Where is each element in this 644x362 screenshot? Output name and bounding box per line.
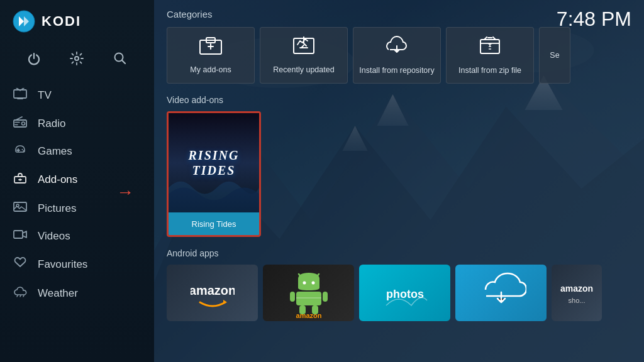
sidebar-item-pictures-label: Pictures — [38, 202, 76, 215]
sidebar-item-games-label: Games — [38, 145, 72, 158]
app-title: KODI — [42, 13, 81, 30]
photos-tile[interactable]: photos — [359, 265, 450, 321]
sidebar-item-videos-label: Videos — [38, 230, 70, 243]
favourites-icon — [13, 256, 28, 272]
weather-icon — [13, 286, 28, 300]
sidebar-top-icons — [0, 43, 154, 81]
rising-tides-label-bar: Rising Tides — [169, 212, 259, 235]
svg-point-7 — [22, 122, 25, 125]
sidebar-item-weather[interactable]: Weather — [0, 279, 154, 307]
amazon-logo-svg: amazon — [191, 271, 235, 315]
video-addons-label: Video add-ons — [167, 95, 631, 105]
amazon-logo: amazon — [191, 271, 235, 315]
sidebar-item-radio-label: Radio — [38, 118, 65, 130]
folder-tile[interactable] — [455, 265, 547, 321]
sidebar-header: KODI — [0, 0, 154, 43]
video-addons-row: RISING TIDES Rising Tides — [167, 111, 631, 237]
tile-install-from-repository-label: Install from repository — [359, 65, 434, 75]
sidebar-item-videos[interactable]: Videos — [0, 222, 154, 250]
sidebar-item-games[interactable]: Games — [0, 138, 154, 165]
tile-partial[interactable]: Se — [539, 27, 570, 84]
kodi-logo-icon — [13, 10, 35, 33]
sidebar-item-favourites[interactable]: Favourites — [0, 250, 154, 279]
sidebar-item-favourites-label: Favourites — [38, 258, 87, 271]
tile-recently-updated[interactable]: Recently updated — [260, 27, 348, 84]
power-icon[interactable] — [22, 49, 46, 71]
main-content: 7:48 PM Categories My add-ons — [154, 0, 644, 362]
sidebar-item-tv-label: TV — [38, 89, 52, 102]
tile-install-from-zip-label: Install from zip file — [458, 65, 521, 75]
svg-text:sho...: sho... — [569, 297, 586, 304]
video-addons-section: Video add-ons RISING TIDES — [167, 95, 631, 237]
svg-rect-13 — [14, 231, 23, 238]
tv-icon — [13, 88, 28, 102]
tile-install-from-repository[interactable]: Install from repository — [353, 27, 441, 84]
addons-icon — [13, 172, 28, 187]
android-apps-label: Android apps — [167, 248, 631, 258]
rising-tides-image: RISING TIDES — [169, 113, 259, 212]
svg-point-31 — [311, 282, 314, 285]
svg-text:amazon: amazon — [296, 312, 321, 318]
svg-point-9 — [23, 150, 25, 151]
my-addons-icon — [199, 35, 223, 60]
svg-rect-32 — [296, 292, 321, 305]
search-icon[interactable] — [108, 49, 132, 71]
svg-text:amazon: amazon — [191, 283, 235, 297]
radio-icon — [13, 116, 28, 131]
clock: 7:48 PM — [557, 8, 631, 31]
content-area: Categories My add-ons — [154, 0, 644, 362]
svg-rect-34 — [323, 292, 328, 302]
rising-tides-label: Rising Tides — [192, 219, 236, 229]
videos-icon — [13, 229, 28, 243]
sidebar-item-tv[interactable]: TV — [0, 81, 154, 109]
apps-tile[interactable]: amazon — [263, 265, 354, 321]
tile-my-addons-label: My add-ons — [190, 65, 231, 75]
sidebar: KODI — [0, 0, 154, 362]
amazon-app-tile[interactable]: amazon — [167, 265, 258, 321]
pictures-icon — [13, 201, 28, 216]
amazon-extra-tile[interactable]: amazon sho... — [552, 265, 602, 321]
main-nav: TV Radio — [0, 81, 154, 362]
tile-install-from-zip[interactable]: Install from zip file — [446, 27, 534, 84]
android-apps-section: Android apps amazon — [167, 248, 631, 321]
amazon-extra-svg: amazon sho... — [552, 274, 602, 312]
svg-text:amazon: amazon — [560, 283, 593, 293]
svg-point-30 — [303, 282, 306, 285]
rising-tides-tile[interactable]: RISING TIDES Rising Tides — [167, 111, 261, 237]
svg-point-8 — [22, 149, 23, 150]
tile-recently-updated-label: Recently updated — [273, 65, 334, 75]
games-icon — [13, 145, 28, 158]
android-robot-svg: amazon — [284, 268, 334, 318]
android-apps-row: amazon — [167, 265, 631, 321]
tile-my-addons[interactable]: My add-ons — [167, 27, 255, 84]
arrow-indicator: → — [116, 182, 134, 202]
rising-tides-title: RISING TIDES — [169, 148, 259, 178]
recently-updated-icon — [292, 35, 316, 60]
svg-rect-33 — [290, 292, 295, 302]
install-from-repository-icon — [385, 35, 409, 60]
sidebar-item-weather-label: Weather — [38, 287, 78, 300]
folder-svg — [476, 271, 526, 315]
sidebar-item-radio[interactable]: Radio — [0, 109, 154, 138]
tile-partial-label: Se — [550, 50, 559, 60]
rising-tides-bg: RISING TIDES — [169, 113, 259, 212]
photos-svg: photos — [380, 274, 430, 312]
sidebar-item-addons-label: Add-ons — [38, 173, 77, 186]
settings-icon[interactable] — [65, 49, 89, 71]
category-tiles: My add-ons Recently updated — [167, 27, 631, 84]
install-from-zip-icon — [478, 35, 502, 60]
svg-point-3 — [75, 57, 79, 60]
